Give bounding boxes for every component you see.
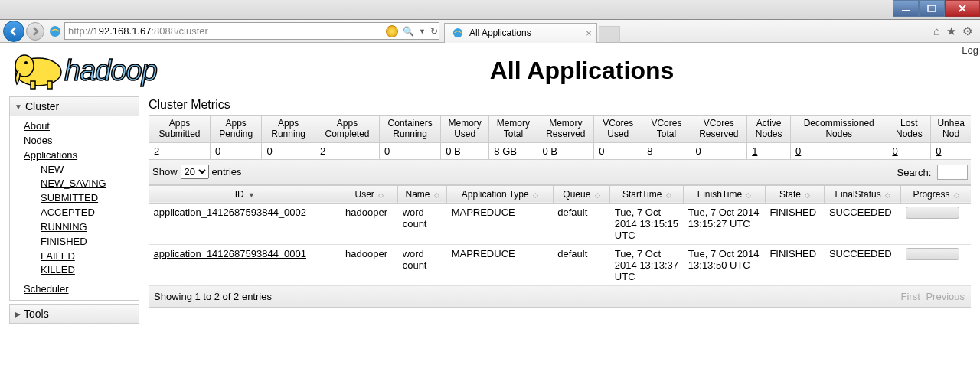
showing-text: Showing 1 to 2 of 2 entries — [154, 291, 272, 302]
dropdown-icon[interactable]: ▼ — [419, 28, 426, 35]
tab-title: All Applications — [469, 28, 531, 38]
metrics-value: 0 — [211, 142, 262, 159]
url-input[interactable]: http://192.168.1.67:8088/cluster — [64, 22, 439, 40]
sort-icon: ◇ — [954, 191, 959, 199]
elephant-icon — [9, 49, 67, 92]
apps-col-header[interactable]: ID ▼ — [149, 185, 341, 203]
table-row: application_1412687593844_0002hadooperwo… — [149, 203, 972, 244]
ie-icon — [452, 28, 463, 38]
table-toolbar: Show 20 entries Search: — [149, 160, 971, 185]
metrics-col-header: Lost Nodes — [887, 116, 931, 143]
sort-icon: ◇ — [434, 191, 439, 199]
sidebar-link-state[interactable]: FINISHED — [41, 235, 139, 249]
home-icon[interactable]: ⌂ — [933, 24, 940, 38]
refresh-icon[interactable]: ↻ — [430, 26, 438, 37]
progress-bar — [906, 248, 959, 260]
url-path: /cluster — [176, 25, 208, 37]
sidebar-link-nodes[interactable]: Nodes — [24, 134, 139, 148]
sidebar-link-state[interactable]: SUBMITTED — [41, 191, 139, 206]
ie-icon — [49, 25, 61, 37]
metrics-value: 0 — [691, 142, 747, 159]
window-minimize-button[interactable] — [893, 0, 919, 17]
login-link[interactable]: Log — [962, 44, 978, 56]
browser-tab-inactive[interactable] — [599, 26, 620, 43]
window-maximize-button[interactable] — [919, 0, 945, 17]
window-titlebar — [0, 0, 980, 20]
metrics-col-header: Apps Completed — [315, 116, 379, 143]
back-button[interactable] — [3, 21, 24, 42]
app-final: SUCCEEDED — [825, 244, 901, 285]
compat-icon[interactable] — [386, 25, 398, 37]
url-host: 192.168.1.67 — [93, 25, 152, 37]
app-type: MAPREDUCE — [447, 203, 554, 244]
settings-icon[interactable]: ⚙ — [962, 24, 972, 38]
metrics-link[interactable]: 0 — [936, 145, 941, 157]
chevron-right-icon: ▶ — [15, 310, 21, 318]
forward-button[interactable] — [26, 22, 44, 41]
svg-point-6 — [24, 61, 28, 64]
apps-col-header[interactable]: StartTime ◇ — [610, 185, 684, 203]
sidebar-link-state[interactable]: RUNNING — [41, 220, 139, 235]
apps-col-header[interactable]: Application Type ◇ — [447, 185, 554, 203]
apps-col-header[interactable]: User ◇ — [341, 185, 398, 203]
progress-bar — [906, 207, 959, 219]
app-start: Tue, 7 Oct 2014 13:15:15 UTC — [610, 203, 684, 244]
sidebar-head-label: Cluster — [25, 100, 59, 112]
pager-first[interactable]: First — [901, 291, 920, 302]
metrics-value: 0 B — [537, 142, 594, 159]
sort-icon: ◇ — [885, 191, 890, 199]
apps-col-header[interactable]: Queue ◇ — [553, 185, 610, 203]
sidebar-link-state[interactable]: NEW_SAVING — [41, 177, 139, 191]
metrics-col-header: Apps Pending — [211, 116, 262, 143]
metrics-value: 0 — [262, 142, 315, 159]
svg-rect-1 — [928, 5, 936, 11]
app-user: hadooper — [341, 244, 398, 285]
metrics-col-header: Memory Used — [441, 116, 489, 143]
app-queue: default — [553, 203, 610, 244]
pager-previous[interactable]: Previous — [926, 291, 965, 302]
app-id-link[interactable]: application_1412687593844_0002 — [154, 207, 307, 218]
metrics-link[interactable]: 0 — [795, 145, 801, 157]
metrics-value: 8 GB — [489, 142, 537, 159]
app-id-link[interactable]: application_1412687593844_0001 — [154, 248, 307, 259]
search-input[interactable] — [937, 165, 968, 180]
window-close-button[interactable] — [945, 0, 980, 17]
apps-col-header[interactable]: FinalStatus ◇ — [825, 185, 901, 203]
sidebar-head-cluster[interactable]: ▼ Cluster — [10, 97, 139, 116]
metrics-link[interactable]: 0 — [892, 145, 897, 157]
apps-col-header[interactable]: Name ◇ — [398, 185, 447, 203]
sidebar-link-state[interactable]: NEW — [41, 163, 139, 178]
sidebar-link-applications[interactable]: Applications — [24, 148, 139, 163]
sidebar-link-about[interactable]: About — [24, 119, 139, 134]
sidebar-link-state[interactable]: FAILED — [41, 249, 139, 264]
metrics-link[interactable]: 1 — [752, 145, 757, 157]
address-icons: 🔍 ▼ ↻ — [386, 25, 438, 37]
svg-rect-0 — [902, 10, 910, 11]
app-finish: Tue, 7 Oct 2014 13:13:50 UTC — [684, 244, 766, 285]
app-state: FINISHED — [765, 203, 824, 244]
sort-icon: ◇ — [746, 191, 751, 199]
sidebar-link-state[interactable]: KILLED — [41, 263, 139, 278]
metrics-col-header: Apps Submitted — [149, 116, 211, 143]
browser-tab-active[interactable]: All Applications × — [444, 23, 597, 43]
apps-col-header[interactable]: FinishTime ◇ — [684, 185, 766, 203]
apps-col-header[interactable]: State ◇ — [765, 185, 824, 203]
search-icon[interactable]: 🔍 — [403, 26, 414, 37]
sort-icon: ◇ — [533, 191, 538, 199]
apps-col-header[interactable]: Progress ◇ — [901, 185, 971, 203]
sort-desc-icon: ▼ — [248, 191, 255, 199]
sidebar-head-tools[interactable]: ▶ Tools — [10, 305, 139, 324]
metrics-value: 2 — [315, 142, 379, 159]
sidebar: ▼ Cluster About Nodes Applications NEW N… — [9, 96, 139, 327]
page-size-select[interactable]: 20 — [181, 165, 209, 179]
sidebar-head-label: Tools — [24, 308, 49, 320]
show-label: Show — [152, 166, 178, 178]
sidebar-link-state[interactable]: ACCEPTED — [41, 206, 139, 220]
tab-close-icon[interactable]: × — [586, 28, 592, 39]
favorites-icon[interactable]: ★ — [946, 24, 956, 38]
sidebar-link-scheduler[interactable]: Scheduler — [24, 282, 139, 297]
app-queue: default — [553, 244, 610, 285]
sort-icon: ◇ — [666, 191, 671, 199]
metrics-col-header: Memory Reserved — [537, 116, 594, 143]
metrics-col-header: Active Nodes — [747, 116, 791, 143]
